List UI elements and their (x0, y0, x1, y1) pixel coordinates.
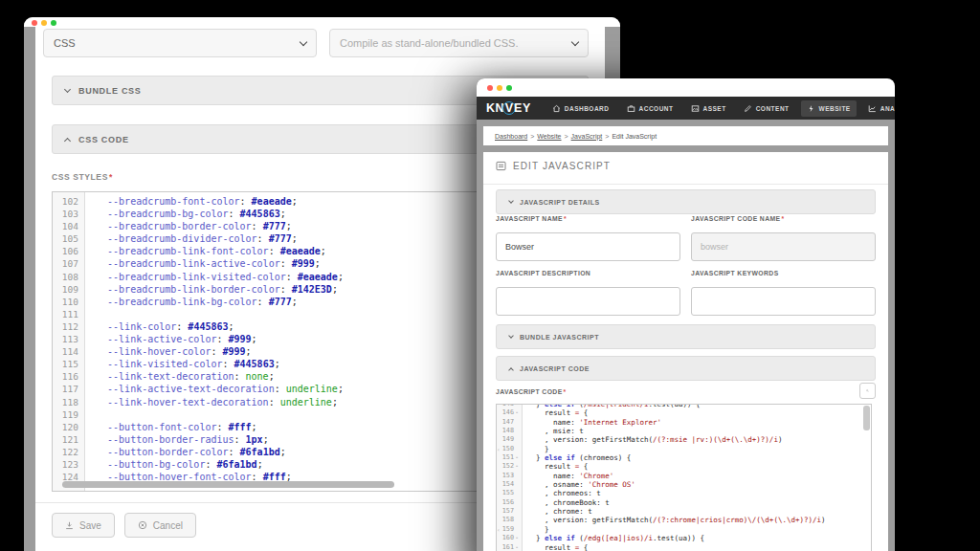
line-number: 115 (53, 358, 85, 370)
line-number: 122 (53, 446, 85, 458)
nav-item-dashboard[interactable]: DASHBOARD (546, 100, 615, 117)
cancel-button[interactable]: Cancel (124, 513, 196, 538)
line-number: ‹159 (497, 525, 523, 534)
line-number: 154 (497, 480, 523, 489)
chevron-up-icon (508, 367, 514, 373)
knvey-admin-window: KNVEY DASHBOARDACCOUNTASSETCONTENTWEBSIT… (477, 78, 895, 551)
line-number: 118 (53, 396, 85, 408)
javascript-code-name-label: JAVASCRIPT CODE NAME* (691, 215, 785, 222)
breadcrumb-separator: > (530, 133, 534, 140)
minimize-window-button[interactable] (497, 85, 502, 91)
cancel-circle-icon (138, 520, 147, 530)
lightning-icon (807, 104, 815, 113)
js-editor-vertical-scrollbar[interactable] (863, 406, 870, 430)
code-line: ‹159 } (497, 525, 871, 534)
javascript-code-name-input[interactable]: bowser (691, 232, 876, 261)
line-number: 104 (53, 220, 85, 232)
javascript-name-input[interactable]: Bowser (496, 232, 680, 261)
minimize-window-button[interactable] (41, 20, 47, 26)
line-number: ‹150 (497, 445, 523, 453)
line-number: 149 (497, 435, 523, 444)
page-title: EDIT JAVASCRIPT (496, 161, 611, 171)
code-line: 151- } else if (chromeos) { (497, 453, 871, 462)
breadcrumb-separator: > (605, 133, 609, 140)
nav-item-content[interactable]: CONTENT (738, 100, 795, 117)
nav-item-analytics[interactable]: ANALYTICS (862, 100, 895, 117)
line-number: 109 (53, 283, 85, 296)
line-number: 123 (53, 458, 85, 471)
nav-item-asset[interactable]: ASSET (685, 100, 732, 117)
line-number: 157 (497, 507, 523, 516)
breadcrumb-dashboard[interactable]: Dashboard (495, 133, 527, 140)
line-number: 113 (53, 333, 85, 345)
javascript-code-editor[interactable]: 145 } else if (/msie|trident/i.test(ua))… (496, 404, 872, 551)
code-line: 147 name: 'Internet Explorer' (497, 418, 871, 427)
line-number: 102 (53, 195, 85, 208)
nav-item-label: ACCOUNT (639, 105, 674, 112)
save-button[interactable]: Save (52, 513, 115, 538)
css-compile-mode-select[interactable]: Compile as stand-alone/bundled CSS. (329, 29, 589, 57)
css-window-titlebar (24, 17, 620, 27)
javascript-keywords-input[interactable] (691, 287, 876, 316)
code-line: 146- result = { (497, 408, 871, 417)
nav-item-label: ASSET (703, 105, 726, 112)
close-window-button[interactable] (32, 20, 37, 26)
javascript-name-label: JAVASCRIPT NAME* (496, 215, 567, 222)
code-line: 155 , chromeos: t (497, 489, 871, 497)
line-number: 103 (53, 208, 85, 220)
chevron-down-icon (508, 333, 514, 339)
css-editor-horizontal-scrollbar[interactable] (62, 481, 394, 488)
code-line: 154 , osname: 'Chrome OS' (497, 480, 871, 489)
line-number: 112 (53, 320, 85, 333)
nav-item-label: DASHBOARD (565, 105, 610, 112)
line-number: 119 (53, 408, 85, 421)
close-window-button[interactable] (487, 85, 493, 91)
line-number: 110 (53, 296, 85, 308)
code-line: ‹150 } (497, 445, 871, 453)
nav-item-label: CONTENT (756, 105, 790, 112)
css-type-select-value: CSS (54, 37, 76, 49)
javascript-details-section-header[interactable]: JAVASCRIPT DETAILS (496, 189, 876, 214)
edit-javascript-card: EDIT JAVASCRIPT JAVASCRIPT DETAILS JAVAS… (483, 152, 888, 551)
chevron-down-icon (64, 86, 71, 93)
breadcrumb: Dashboard>Website>JavaScript>Edit JavaSc… (483, 126, 888, 145)
desktop-background: CSS Compile as stand-alone/bundled CSS. … (0, 0, 980, 551)
breadcrumb-separator: > (565, 133, 568, 140)
code-search-button[interactable] (859, 383, 876, 399)
breadcrumb-javascript[interactable]: JavaScript (571, 133, 603, 140)
line-number: 111 (53, 308, 85, 320)
line-number: 158 (497, 516, 523, 524)
javascript-code-section-header[interactable]: JAVASCRIPT CODE (496, 356, 876, 381)
chevron-down-icon (300, 38, 307, 46)
line-number: 151- (497, 453, 523, 462)
nav-item-website[interactable]: WEBSITE (801, 100, 857, 117)
line-number: 117 (53, 383, 85, 395)
code-line: 152- result = { (497, 462, 871, 471)
knvey-logo[interactable]: KNVEY (486, 101, 531, 115)
briefcase-icon (627, 104, 635, 113)
line-number: 146- (497, 408, 523, 417)
line-number: 107 (53, 257, 85, 270)
line-number: 108 (53, 271, 85, 283)
zoom-window-button[interactable] (506, 85, 512, 91)
bundle-javascript-section-header[interactable]: BUNDLE JAVASCRIPT (496, 324, 876, 349)
chevron-down-icon (571, 38, 579, 46)
title-divider (483, 184, 888, 185)
css-type-select[interactable]: CSS (43, 29, 317, 57)
javascript-description-input[interactable] (496, 287, 680, 316)
javascript-keywords-label: JAVASCRIPT KEYWORDS (691, 270, 779, 276)
search-icon (866, 386, 869, 395)
line-number: 120 (53, 421, 85, 433)
nav-item-account[interactable]: ACCOUNT (621, 100, 679, 117)
knvey-top-nav: KNVEY DASHBOARDACCOUNTASSETCONTENTWEBSIT… (477, 97, 895, 120)
image-icon (691, 104, 700, 113)
line-number: 147 (497, 418, 523, 427)
breadcrumb-website[interactable]: Website (537, 133, 561, 140)
line-number: 148 (497, 427, 523, 435)
code-line: 153 name: 'Chrome' (497, 472, 871, 480)
code-line: 161- result = { (497, 543, 871, 551)
zoom-window-button[interactable] (51, 20, 56, 26)
chevron-up-icon (64, 137, 71, 143)
javascript-code-label: JAVASCRIPT CODE* (496, 388, 567, 395)
line-number: 153 (497, 472, 523, 480)
